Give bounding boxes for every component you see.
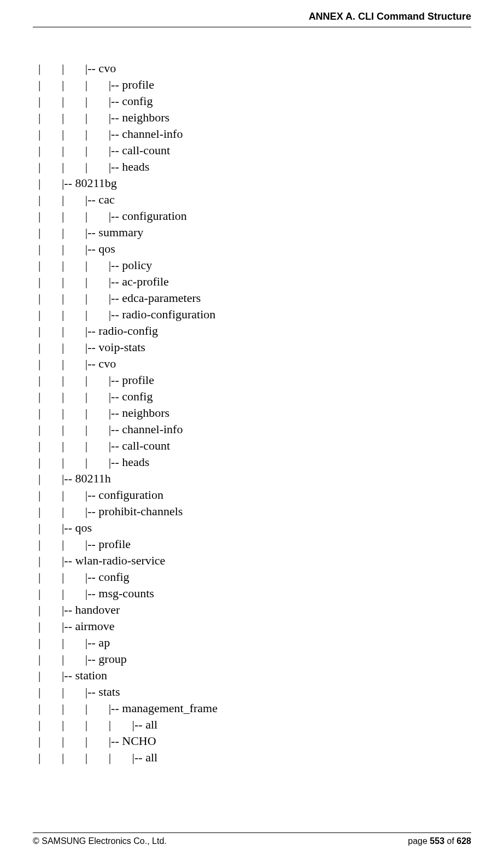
page-footer: © SAMSUNG Electronics Co., Ltd. page 553…: [33, 832, 471, 846]
tree-line: | | | |-- configuration: [38, 208, 471, 224]
tree-line: | | |-- ap: [38, 634, 471, 651]
tree-line: | | | |-- channel-info: [38, 421, 471, 438]
tree-line: | | |-- prohibit-channels: [38, 503, 471, 520]
tree-line: | |-- wlan-radio-service: [38, 552, 471, 569]
tree-line: | |-- airmove: [38, 618, 471, 634]
footer-page-info: page 553 of 628: [408, 836, 471, 846]
tree-line: | | | |-- policy: [38, 257, 471, 273]
tree-line: | | |-- msg-counts: [38, 585, 471, 602]
tree-line: | | |-- cac: [38, 191, 471, 208]
tree-line: | | | |-- neighbors: [38, 109, 471, 126]
tree-line: | | | | |-- all: [38, 717, 471, 733]
tree-line: | |-- 80211bg: [38, 175, 471, 191]
tree-line: | | | |-- config: [38, 388, 471, 405]
tree-line: | | | |-- radio-configuration: [38, 306, 471, 323]
tree-line: | | | |-- profile: [38, 77, 471, 93]
cli-tree-content: | | |-- cvo| | | |-- profile| | | |-- co…: [33, 27, 471, 766]
tree-line: | | | |-- call-count: [38, 438, 471, 454]
tree-line: | | |-- config: [38, 569, 471, 585]
tree-line: | | | |-- edca-parameters: [38, 290, 471, 306]
tree-line: | | |-- voip-stats: [38, 339, 471, 356]
tree-line: | | | |-- config: [38, 93, 471, 109]
footer-page-prefix: page: [408, 836, 430, 846]
footer-copyright: © SAMSUNG Electronics Co., Ltd.: [33, 836, 167, 846]
tree-line: | | | |-- neighbors: [38, 405, 471, 421]
tree-line: | |-- station: [38, 667, 471, 684]
page: ANNEX A. CLI Command Structure | | |-- c…: [0, 0, 504, 856]
tree-line: | |-- handover: [38, 602, 471, 618]
tree-line: | | | |-- heads: [38, 454, 471, 470]
tree-line: | | | |-- channel-info: [38, 126, 471, 142]
tree-line: | | |-- summary: [38, 224, 471, 241]
tree-line: | | | |-- call-count: [38, 142, 471, 159]
tree-line: | | | |-- heads: [38, 159, 471, 175]
footer-page-sep: of: [444, 836, 456, 846]
tree-line: | | |-- group: [38, 651, 471, 667]
tree-line: | | | | |-- all: [38, 749, 471, 766]
tree-line: | | |-- profile: [38, 536, 471, 552]
tree-line: | | | |-- profile: [38, 372, 471, 388]
tree-line: | | |-- cvo: [38, 356, 471, 372]
tree-line: | | | |-- management_frame: [38, 700, 471, 717]
tree-line: | |-- qos: [38, 520, 471, 536]
tree-line: | | |-- stats: [38, 684, 471, 700]
footer-page-number: 553: [430, 836, 444, 846]
tree-line: | | |-- cvo: [38, 60, 471, 77]
footer-page-total: 628: [456, 836, 471, 846]
tree-line: | |-- 80211h: [38, 470, 471, 487]
tree-line: | | | |-- NCHO: [38, 733, 471, 749]
tree-line: | | |-- configuration: [38, 487, 471, 503]
page-header: ANNEX A. CLI Command Structure: [33, 0, 471, 27]
tree-line: | | |-- qos: [38, 241, 471, 257]
tree-line: | | | |-- ac-profile: [38, 273, 471, 290]
tree-line: | | |-- radio-config: [38, 323, 471, 339]
